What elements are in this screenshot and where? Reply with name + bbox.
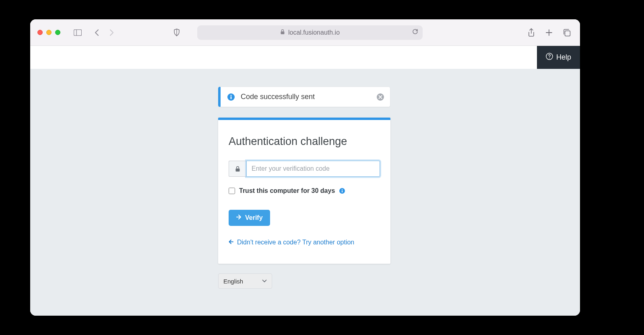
trust-checkbox[interactable] bbox=[229, 188, 235, 194]
svg-rect-3 bbox=[565, 31, 570, 36]
trust-label: Trust this computer for 30 days bbox=[239, 187, 335, 194]
address-text: local.fusionauth.io bbox=[288, 29, 340, 36]
arrow-left-icon bbox=[229, 239, 234, 246]
try-another-option-link[interactable]: Didn't receive a code? Try another optio… bbox=[229, 239, 354, 246]
verification-code-input[interactable] bbox=[246, 161, 380, 177]
reload-icon[interactable] bbox=[412, 28, 419, 37]
address-bar[interactable]: local.fusionauth.io bbox=[197, 25, 423, 40]
tabs-overview-icon[interactable] bbox=[560, 26, 574, 39]
svg-point-5 bbox=[549, 58, 550, 58]
shield-icon[interactable] bbox=[170, 26, 184, 39]
alert-message: Code successfully sent bbox=[241, 93, 315, 101]
lock-icon bbox=[229, 161, 246, 177]
help-button[interactable]: Help bbox=[537, 46, 580, 69]
sidebar-toggle-icon[interactable] bbox=[71, 26, 85, 39]
minimize-window-button[interactable] bbox=[46, 30, 52, 35]
forward-button[interactable] bbox=[105, 26, 118, 39]
page-body: Code successfully sent Authentication ch… bbox=[30, 69, 580, 316]
svg-rect-8 bbox=[231, 96, 232, 99]
svg-point-12 bbox=[342, 189, 343, 190]
language-select[interactable]: English bbox=[218, 273, 272, 289]
verify-label: Verify bbox=[245, 214, 263, 221]
info-icon[interactable] bbox=[339, 188, 345, 194]
maximize-window-button[interactable] bbox=[55, 30, 60, 35]
new-tab-icon[interactable] bbox=[542, 26, 556, 39]
svg-rect-13 bbox=[342, 190, 343, 192]
alt-link-label: Didn't receive a code? Try another optio… bbox=[237, 239, 354, 246]
close-window-button[interactable] bbox=[37, 30, 43, 35]
alert-close-icon[interactable] bbox=[376, 93, 384, 101]
code-field bbox=[229, 161, 380, 177]
info-icon bbox=[227, 93, 235, 101]
svg-rect-0 bbox=[74, 29, 82, 35]
share-icon[interactable] bbox=[524, 26, 538, 39]
svg-rect-2 bbox=[281, 31, 284, 34]
panel-title: Authentication challenge bbox=[229, 135, 380, 148]
arrow-right-icon bbox=[236, 214, 242, 221]
svg-rect-10 bbox=[236, 168, 240, 172]
svg-point-7 bbox=[231, 95, 232, 96]
help-label: Help bbox=[556, 53, 571, 62]
browser-window: local.fusionauth.io bbox=[30, 19, 580, 316]
auth-panel: Authentication challenge Trust this comp… bbox=[218, 118, 390, 264]
verify-button[interactable]: Verify bbox=[229, 210, 270, 226]
lock-icon bbox=[280, 29, 285, 36]
window-controls bbox=[37, 30, 60, 35]
page-header: Help bbox=[30, 46, 580, 69]
browser-titlebar: local.fusionauth.io bbox=[30, 19, 580, 46]
help-icon bbox=[546, 53, 553, 62]
trust-checkbox-row[interactable]: Trust this computer for 30 days bbox=[229, 187, 380, 194]
back-button[interactable] bbox=[90, 26, 104, 39]
alert-banner: Code successfully sent bbox=[218, 87, 390, 107]
